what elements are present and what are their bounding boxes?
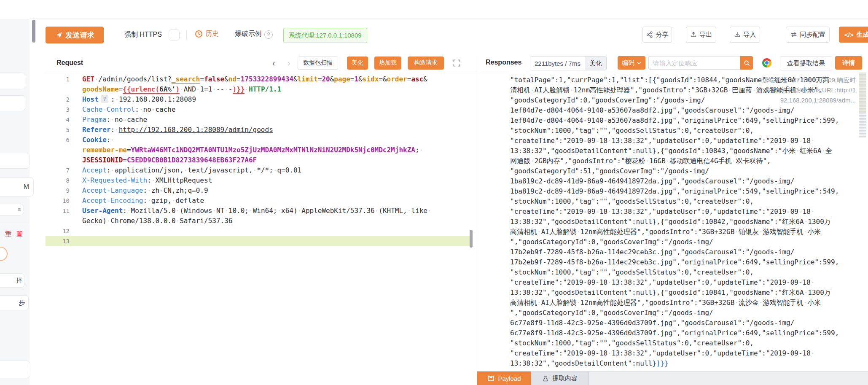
search-icon <box>744 60 750 66</box>
code-row: 17b2eb9f-7289-45f8-b26a-114ec29ceb3c.jpg… <box>510 247 858 257</box>
code-row: 9Accept-Language:·zh-CN,zh;q=0.9 <box>46 186 470 196</box>
construct-request-button[interactable]: 构造请求 <box>408 57 444 70</box>
code-row: "stockNum":1000,"tag":"","goodsSellStatu… <box>510 338 858 348</box>
clock-icon <box>195 30 203 38</box>
sidebar-input-3[interactable] <box>0 153 30 169</box>
code-row: goodsName={{urlenc(6A%')·AND·1=1·--·-)}}… <box>46 84 470 94</box>
code-row: "stockNum":1000,"tag":"","goodsSellStatu… <box>510 267 858 277</box>
code-row: 17b2eb9f-7289-45f8-b26a-114ec29ceb3c.jpg… <box>510 257 858 267</box>
sidebar-input-step[interactable]: 步 <box>0 295 29 310</box>
code-row: 6c77e8f9-11d8-42c3-925e-4396d0d3709f.jpg… <box>510 328 858 338</box>
tab-payload[interactable]: Payload <box>477 372 531 385</box>
tab-extract-content[interactable]: 提取内容 <box>531 372 589 385</box>
code-row: 1ba819c2-dc89-41d9-86a9-4649418972da.jpg… <box>510 186 858 197</box>
response-editor[interactable]: "totalPage":1,"currPage":1,"list":[{"goo… <box>481 75 858 369</box>
sidebar-small-box[interactable]: ≡ <box>0 204 24 215</box>
sync-config-button[interactable]: 同步配置 <box>786 27 830 43</box>
hot-reload-button[interactable]: 热加载 <box>374 57 401 70</box>
force-https-checkbox[interactable] <box>169 30 180 40</box>
request-beautify-button[interactable]: 美化 <box>347 57 368 70</box>
sidebar-input-5[interactable] <box>0 361 30 378</box>
editor-minimap[interactable] <box>859 73 866 113</box>
code-row: 1ba819c2-dc89-41d9-86a9-4649418972da.jpg… <box>510 176 858 186</box>
lines-icon: ≡ <box>18 207 21 213</box>
export-label: 导出 <box>700 31 712 39</box>
reset-button[interactable]: 重 置 <box>5 230 24 239</box>
response-beautify-button[interactable]: 美化 <box>585 57 606 70</box>
history-label: 历史 <box>205 30 219 38</box>
packet-scan-button[interactable]: 数据包扫描 <box>298 57 338 70</box>
code-row: 10Accept-Encoding:·gzip,·deflate <box>46 196 470 206</box>
details-button[interactable]: 详情 <box>835 56 862 70</box>
question-circle-icon[interactable]: ? <box>264 30 273 39</box>
code-row: ","goodsCategoryId":0,"goodsCoverImg":"/… <box>510 237 858 247</box>
panel-splitter[interactable] <box>477 55 477 385</box>
editor-minimap-lower[interactable] <box>859 113 866 137</box>
locate-response-input[interactable] <box>648 56 740 70</box>
sidebar-input-1[interactable] <box>0 73 25 89</box>
code-row: remember-me=YWRtaW46MTc1NDQ2MTA0NTU1Mzo5… <box>46 145 470 155</box>
request-panel-header: Request ‹ › 数据包扫描 美化 热加载 构造请求 <box>46 55 477 71</box>
share-icon <box>646 31 653 38</box>
code-row: JSESSIONID=C5EDD9CB0B1D8273839648EB63F27… <box>46 155 470 165</box>
system-proxy-badge: 系统代理:127.0.0.1:10809 <box>283 28 367 43</box>
sidebar-scrollbar-thumb[interactable] <box>32 20 35 43</box>
fullscreen-icon[interactable] <box>453 59 461 67</box>
import-icon <box>734 31 741 38</box>
history-button[interactable]: 历史 <box>195 30 219 38</box>
code-row: 11User-Agent:·Mozilla/5.0·(Windows·NT·10… <box>46 206 470 216</box>
sidebar-step-fragment: 步 <box>19 299 25 306</box>
sidebar-divider <box>0 223 30 223</box>
send-request-label: 发送请求 <box>66 30 94 40</box>
response-search <box>648 56 753 70</box>
encode-dropdown[interactable]: 编码 <box>618 56 645 70</box>
search-button[interactable] <box>740 56 753 70</box>
flask-icon <box>542 375 549 382</box>
payload-icon <box>487 375 494 382</box>
code-row: 网通版·2GB内存","goodsIntro":"樱花粉·16GB·移动联通电信… <box>510 156 858 166</box>
force-https-label: 强制 HTTPS <box>124 30 162 39</box>
view-extract-result-button[interactable]: 查看提取结果 <box>780 56 832 70</box>
sidebar-input-m[interactable]: M <box>0 177 34 197</box>
code-row: 2Host?:·192.168.200.1:28089 <box>46 94 470 105</box>
code-row: 3Cache-Control:·no-cache <box>46 105 470 115</box>
code-row: 6Cookie:· <box>46 135 470 145</box>
history-prev-button[interactable]: ‹ <box>272 58 275 68</box>
import-button[interactable]: 导入 <box>730 27 760 43</box>
code-row: 1ef84d7e-d804-4064-9140-a53607aa8df2.jpg… <box>510 116 858 126</box>
request-title: Request <box>56 59 83 67</box>
blast-example-label: 爆破示例 <box>235 30 262 39</box>
sidebar-input-2[interactable] <box>0 95 25 111</box>
request-scrollbar-thumb[interactable] <box>470 230 473 248</box>
extract-tab-label: 提取内容 <box>552 374 578 382</box>
code-row: "stockNum":1000,"tag":"","goodsSellStatu… <box>510 126 858 136</box>
share-button[interactable]: 分享 <box>642 27 672 43</box>
code-row: 13:38:32","goodsDetailContent":null}]}} <box>510 358 858 369</box>
sync-icon <box>790 31 797 38</box>
response-meta-group: 2211bytes / 7ms 美化 <box>530 56 607 70</box>
send-request-button[interactable]: 发送请求 <box>46 27 104 43</box>
code-row: ","goodsCategoryId":0,"goodsCoverImg":"/… <box>510 308 858 318</box>
code-icon: </> <box>844 31 854 38</box>
generate-button[interactable]: </> 生成 Y <box>839 27 868 43</box>
sidebar-input-4[interactable]: 择 <box>0 273 24 288</box>
code-row: 高清相机·AI人脸解锁·12nm高性能处理器","goodsIntro":"3G… <box>510 227 858 237</box>
encode-label: 编码 <box>622 59 634 67</box>
request-editor[interactable]: 1GET·/admin/goods/list?_search=false&nd=… <box>46 74 470 382</box>
blast-example-link[interactable]: 爆破示例 ? <box>235 30 273 39</box>
export-button[interactable]: 导出 <box>686 27 716 43</box>
history-next-button[interactable]: › <box>288 58 290 68</box>
code-row: 1GET·/admin/goods/list?_search=false&nd=… <box>46 74 470 84</box>
share-label: 分享 <box>656 31 669 39</box>
export-icon <box>690 31 697 38</box>
sidebar-radio-cropped[interactable] <box>0 247 8 261</box>
code-row: "goodsCategoryId":0,"goodsCoverImg":"/go… <box>510 95 858 105</box>
code-row: 1ef84d7e-d804-4064-9140-a53607aa8df2.jpg… <box>510 105 858 116</box>
code-row: 13:38:32","goodsDetailContent":null},{"g… <box>510 146 858 156</box>
code-row: "stockNum":1000,"tag":"","goodsSellStatu… <box>510 197 858 207</box>
open-in-chrome-icon[interactable] <box>762 58 771 67</box>
code-row: "createTime":"2019-09-18·13:38:32","upda… <box>510 207 858 217</box>
code-row: Gecko)·Chrome/138.0.0.0·Safari/537.36 <box>46 216 470 226</box>
panel-top-border <box>30 19 868 19</box>
web-fuzzer-window: M ≡ 重 置 择 步 发送请求 强制 HTTPS 历史 爆破示例 ? 系统代理… <box>0 0 868 385</box>
